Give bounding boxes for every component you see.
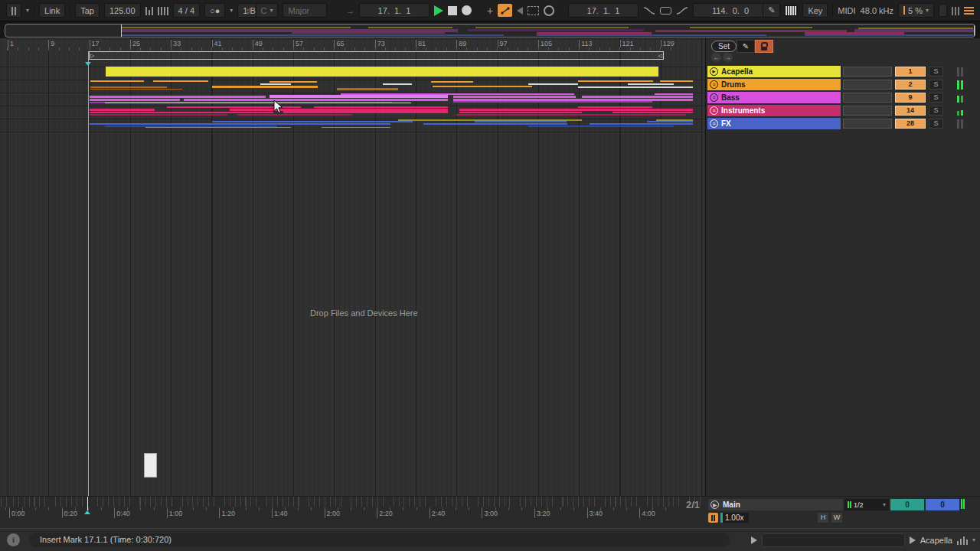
solo-button[interactable]: S: [929, 119, 943, 129]
lock-envelopes-button[interactable]: [755, 40, 773, 53]
group-menu-icon[interactable]: ≡: [710, 106, 718, 115]
nudge-down-icon[interactable]: [145, 6, 153, 15]
arrangement-position-field[interactable]: 17. 1. 1: [359, 3, 430, 18]
track-name-bar[interactable]: ≡Bass: [707, 92, 841, 103]
track-number-box[interactable]: 9: [895, 93, 926, 103]
main-value-b[interactable]: 0: [926, 499, 959, 510]
key-root-select[interactable]: C▾: [256, 3, 279, 18]
solo-button[interactable]: S: [929, 106, 943, 116]
clip-segment[interactable]: [90, 86, 167, 88]
clip-segment[interactable]: [459, 112, 582, 113]
pencil-button[interactable]: ✎: [737, 40, 755, 53]
clip-segment[interactable]: [90, 89, 182, 90]
clip-segment[interactable]: [90, 80, 144, 82]
chevron-down-icon[interactable]: ▾: [26, 8, 29, 14]
clip-segment[interactable]: [475, 121, 567, 122]
track-name-bar[interactable]: ≡FX: [707, 118, 841, 129]
group-menu-icon[interactable]: ≡: [710, 119, 718, 128]
clip-segment[interactable]: [90, 99, 180, 101]
loop-region-icon[interactable]: [660, 7, 671, 15]
clip-segment[interactable]: [106, 67, 658, 77]
overview-range-handle[interactable]: [974, 24, 975, 37]
browser-toggle-icon[interactable]: [6, 3, 21, 18]
link-button[interactable]: Link: [39, 3, 65, 18]
solo-button[interactable]: S: [929, 93, 943, 103]
clip-segment[interactable]: [270, 81, 317, 83]
height-zoom-button[interactable]: H: [818, 513, 828, 523]
punch-in-icon[interactable]: [643, 6, 655, 15]
clip-segment[interactable]: [322, 127, 390, 128]
clip-segment[interactable]: [647, 121, 693, 122]
arrangement-area[interactable]: 191725334149576573818997105113121129 ▷ ◁…: [0, 38, 705, 496]
track-name-bar[interactable]: ▶Acapella: [707, 66, 841, 77]
record-button[interactable]: [462, 5, 472, 15]
set-locator-button[interactable]: Set: [711, 41, 737, 52]
track-io-box[interactable]: [843, 80, 892, 90]
computer-midi-keyboard-icon[interactable]: [785, 5, 798, 16]
back-to-arrangement-icon[interactable]: [517, 7, 523, 15]
key-scale-select[interactable]: Major: [283, 3, 327, 18]
clip-segment[interactable]: [184, 99, 448, 101]
solo-button[interactable]: S: [929, 80, 943, 90]
clip-segment[interactable]: [260, 83, 291, 85]
clip-segment[interactable]: [90, 109, 155, 111]
clip-segment[interactable]: [528, 126, 674, 127]
add-track-icon[interactable]: +: [487, 5, 493, 16]
clip-segment[interactable]: [456, 114, 686, 116]
clip-segment[interactable]: [423, 123, 567, 125]
solo-button[interactable]: S: [929, 67, 943, 77]
clip-segment[interactable]: [337, 88, 398, 90]
midi-map-button[interactable]: MIDI: [838, 6, 855, 15]
clip-segment[interactable]: [90, 112, 273, 113]
clip-segment[interactable]: [660, 80, 693, 82]
groove-amount-control[interactable]: ○●: [204, 3, 225, 18]
clip-segment[interactable]: [431, 81, 473, 83]
loop-switch-icon[interactable]: [544, 5, 554, 16]
automation-mode-button[interactable]: [498, 4, 512, 17]
tempo-field[interactable]: 125.00: [104, 3, 141, 18]
track-number-box[interactable]: 1: [895, 67, 926, 77]
track-io-box[interactable]: [843, 93, 892, 103]
insert-marker-top-icon[interactable]: [85, 62, 91, 66]
draw-pencil-button[interactable]: ✎: [763, 3, 780, 18]
clip-segment[interactable]: [453, 101, 652, 103]
group-menu-icon[interactable]: ≡: [710, 93, 718, 102]
insert-marker-bottom-icon[interactable]: [84, 510, 90, 514]
chevron-down-icon[interactable]: ▾: [230, 8, 233, 14]
dragged-clip-ghost[interactable]: [144, 453, 157, 478]
prev-locator-button[interactable]: ←: [711, 53, 721, 62]
track-number-box[interactable]: 2: [895, 80, 926, 90]
clip-segment[interactable]: [582, 96, 693, 98]
track-io-box[interactable]: [843, 119, 892, 129]
main-track-header[interactable]: ▶ Main: [708, 499, 843, 510]
track-row-fx[interactable]: ≡FX28S: [707, 118, 980, 129]
stop-button[interactable]: [448, 6, 457, 15]
play-icon[interactable]: ▶: [710, 67, 718, 76]
track-number-box[interactable]: 14: [895, 106, 926, 116]
clip-segment[interactable]: [90, 123, 390, 125]
scale-icon[interactable]: ♯: [247, 6, 251, 15]
width-zoom-button[interactable]: W: [831, 513, 842, 523]
track-name-bar[interactable]: ≡Drums: [707, 79, 841, 90]
clip-segment[interactable]: [453, 96, 576, 98]
clip-segment[interactable]: [90, 114, 227, 116]
group-menu-icon[interactable]: ≡: [710, 80, 718, 89]
clip-segment[interactable]: [459, 109, 693, 111]
key-map-button[interactable]: Key: [802, 3, 828, 18]
clip-segment[interactable]: [628, 83, 674, 85]
info-icon[interactable]: i: [7, 533, 20, 546]
clip-segment[interactable]: [105, 103, 411, 103]
track-name-bar[interactable]: ≡Instruments: [707, 105, 841, 116]
track-play-icon[interactable]: [910, 536, 916, 544]
loop-length-field[interactable]: 114. 0. 0: [693, 3, 768, 18]
draw-mode-icon[interactable]: [528, 6, 539, 15]
clip-segment[interactable]: [283, 111, 448, 113]
clip-segment[interactable]: [153, 80, 208, 82]
clip-segment[interactable]: [578, 86, 693, 88]
follow-icon[interactable]: →: [346, 6, 354, 15]
track-number-box[interactable]: 28: [895, 119, 926, 129]
menu-icon[interactable]: [964, 7, 974, 15]
tap-tempo-button[interactable]: Tap: [75, 3, 100, 18]
chevron-down-icon[interactable]: ▾: [972, 537, 975, 543]
track-io-box[interactable]: [843, 106, 892, 116]
